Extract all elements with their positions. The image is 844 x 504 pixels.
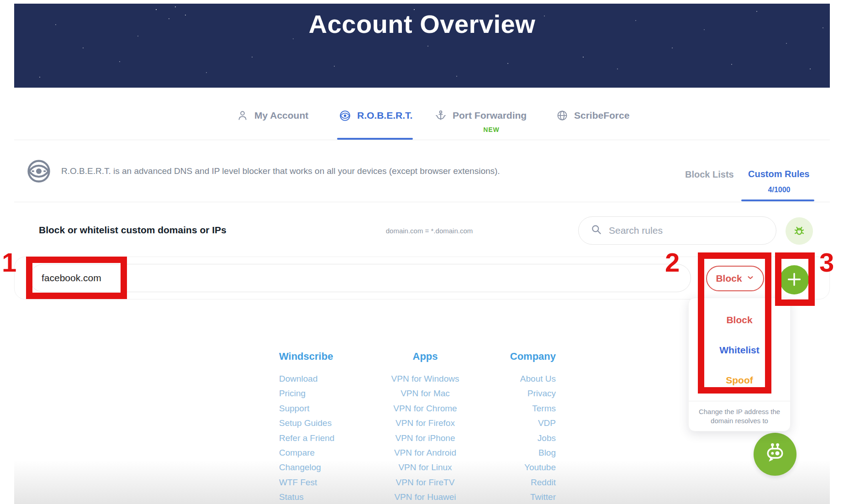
footer-link[interactable]: Blog (457, 446, 556, 460)
bug-icon (792, 224, 806, 239)
robert-eye-icon (26, 159, 51, 185)
footer-link[interactable]: Jobs (457, 431, 556, 446)
annotation-number-3: 3 (819, 249, 834, 276)
footer-column-windscribe: Windscribe Download Pricing Support Setu… (279, 351, 380, 504)
footer-link[interactable]: Terms (457, 401, 556, 416)
annotation-box-1 (26, 257, 127, 299)
starfield-decoration (14, 4, 15, 5)
person-icon (237, 110, 248, 121)
tab-scribeforce[interactable]: ScribeForce (556, 104, 629, 127)
footer-link[interactable]: VDP (457, 416, 556, 430)
robert-description: R.O.B.E.R.T. is an advanced DNS and IP l… (61, 166, 500, 176)
custom-rules-count: 4/1000 (756, 186, 802, 194)
footer-link[interactable]: Reddit (457, 475, 556, 490)
footer-link[interactable]: About Us (457, 372, 556, 386)
footer-link[interactable]: WTF Fest (279, 475, 380, 490)
tab-robert[interactable]: R.O.B.E.R.T. (339, 104, 412, 127)
eye-icon (339, 110, 351, 122)
tab-label: Port Forwarding (453, 110, 527, 121)
tab-my-account[interactable]: My Account (237, 104, 308, 127)
custom-rules-underline (741, 200, 814, 201)
footer-link[interactable]: Refer a Friend (279, 431, 380, 446)
footer-link[interactable]: Pricing (279, 386, 380, 401)
footer-link[interactable]: Compare (279, 446, 380, 460)
footer-column-company: Company About Us Privacy Terms VDP Jobs … (457, 351, 556, 504)
footer-link[interactable]: Privacy (457, 386, 556, 401)
footer-link[interactable]: Changelog (279, 460, 380, 475)
tabbar-divider (14, 140, 830, 140)
domain-input[interactable] (29, 264, 691, 292)
tab-label: ScribeForce (574, 110, 629, 121)
footer-link[interactable]: Status (279, 490, 380, 504)
support-chat-button[interactable] (754, 433, 797, 476)
tab-label: R.O.B.E.R.T. (357, 110, 412, 121)
page-title: Account Overview (14, 9, 830, 39)
annotation-box-3 (775, 252, 815, 306)
anchor-icon (435, 110, 447, 121)
tab-port-forwarding[interactable]: Port Forwarding (435, 104, 527, 127)
account-overview-page: Account Overview My Account R.O.B.E.R.T. (0, 0, 844, 504)
robot-icon (763, 441, 787, 467)
footer-link[interactable]: Support (279, 401, 380, 416)
footer-column-title: Company (457, 351, 556, 362)
annotation-number-1: 1 (2, 249, 16, 276)
footer-link[interactable]: Download (279, 372, 380, 386)
search-rules-input[interactable] (608, 225, 747, 236)
annotation-box-2 (698, 252, 771, 394)
globe-icon (556, 110, 568, 121)
robert-divider (14, 202, 830, 202)
footer-link[interactable]: Twitter (457, 490, 556, 504)
rules-hint: domain.com = *.domain.com (375, 227, 484, 235)
search-rules-field[interactable] (578, 216, 776, 245)
search-icon (591, 224, 602, 237)
new-badge: NEW (478, 126, 505, 133)
hero-banner: Account Overview (14, 4, 830, 88)
view-block-lists[interactable]: Block Lists (685, 169, 734, 180)
debug-button[interactable] (786, 217, 813, 245)
rules-heading: Block or whitelist custom domains or IPs (39, 225, 227, 236)
footer-link[interactable]: Youtube (457, 460, 556, 475)
spoof-caption: Change the IP address the domain resolve… (696, 407, 783, 425)
dropdown-divider (689, 401, 790, 401)
annotation-number-2: 2 (665, 249, 680, 276)
view-custom-rules[interactable]: Custom Rules (748, 169, 809, 179)
footer-link[interactable]: Setup Guides (279, 416, 380, 430)
footer-column-title: Windscribe (279, 351, 380, 362)
tab-label: My Account (254, 110, 308, 121)
